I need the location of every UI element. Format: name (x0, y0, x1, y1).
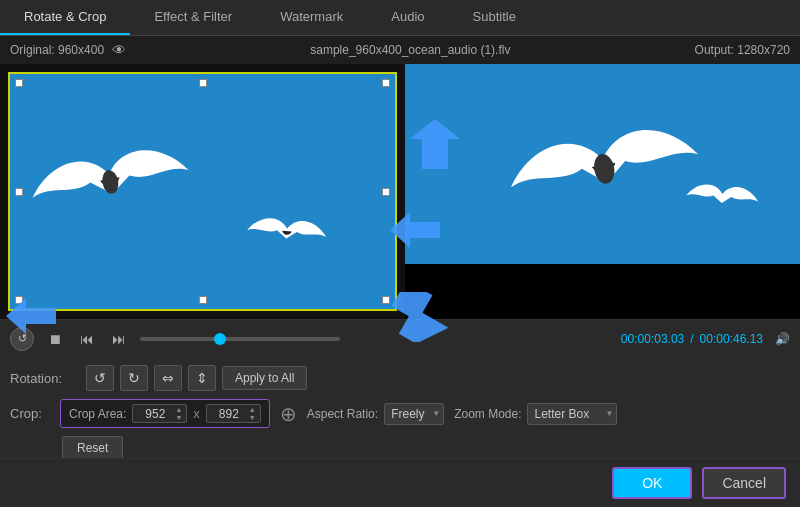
crop-height-input-wrap: ▲ ▼ (206, 404, 261, 423)
reset-btn[interactable]: Reset (62, 436, 123, 460)
rotate-left-btn[interactable]: ↺ (86, 365, 114, 391)
crop-width-up[interactable]: ▲ (175, 406, 182, 413)
filename-label: sample_960x400_ocean_audio (1).flv (310, 43, 510, 57)
progress-thumb[interactable] (214, 333, 226, 345)
tab-effect-filter[interactable]: Effect & Filter (130, 0, 256, 35)
zoom-mode-label: Zoom Mode: (454, 407, 521, 421)
handle-bm[interactable] (199, 296, 207, 304)
crop-area-box: Crop Area: ▲ ▼ x ▲ ▼ (60, 399, 270, 428)
handle-bl[interactable] (15, 296, 23, 304)
eye-icon[interactable]: 👁 (112, 42, 126, 58)
crop-height-input[interactable] (211, 407, 247, 421)
handle-tm[interactable] (199, 79, 207, 87)
crop-area-label: Crop Area: (69, 407, 126, 421)
crop-frame[interactable] (8, 72, 397, 311)
tab-watermark[interactable]: Watermark (256, 0, 367, 35)
crop-x-separator: x (193, 406, 200, 421)
ok-button[interactable]: OK (612, 467, 692, 499)
crop-row: Crop: Crop Area: ▲ ▼ x ▲ ▼ ⊕ Aspect Rati… (10, 399, 790, 428)
crop-height-spinners: ▲ ▼ (249, 406, 256, 421)
handle-ml[interactable] (15, 188, 23, 196)
tab-bar: Rotate & Crop Effect & Filter Watermark … (0, 0, 800, 36)
total-time: 00:00:46.13 (700, 332, 763, 346)
prev-btn[interactable]: ⏮ (76, 329, 98, 349)
black-bar (405, 264, 800, 319)
aspect-ratio-label: Aspect Ratio: (307, 407, 378, 421)
playback-controls: ↺ ⏹ ⏮ ⏭ 00:00:03.03 / 00:00:46.13 🔊 (0, 319, 800, 357)
tab-subtitle[interactable]: Subtitle (449, 0, 540, 35)
aspect-ratio-select[interactable]: Freely 16:9 4:3 1:1 (384, 403, 444, 425)
handle-mr[interactable] (382, 188, 390, 196)
apply-all-btn[interactable]: Apply to All (222, 366, 307, 390)
crop-height-down[interactable]: ▼ (249, 414, 256, 421)
rotate-right-btn[interactable]: ↻ (120, 365, 148, 391)
output-preview (405, 64, 800, 264)
settings-area: Rotation: ↺ ↻ ⇔ ⇕ Apply to All Crop: Cro… (0, 357, 800, 468)
handle-tl[interactable] (15, 79, 23, 87)
progress-track[interactable] (140, 337, 340, 341)
flip-horizontal-btn[interactable]: ⇔ (154, 365, 182, 391)
tab-audio[interactable]: Audio (367, 0, 448, 35)
flip-vertical-btn[interactable]: ⇕ (188, 365, 216, 391)
zoom-mode-wrap: Zoom Mode: Letter Box Pan & Scan Full (454, 403, 617, 425)
original-size-label: Original: 960x400 (10, 43, 104, 57)
crop-label: Crop: (10, 406, 50, 421)
right-preview (405, 64, 800, 319)
main-preview-area (0, 64, 800, 319)
crop-width-down[interactable]: ▼ (175, 414, 182, 421)
zoom-mode-select-wrap[interactable]: Letter Box Pan & Scan Full (527, 403, 617, 425)
crop-width-input[interactable] (137, 407, 173, 421)
crop-width-input-wrap: ▲ ▼ (132, 404, 187, 423)
bottom-bar: OK Cancel (0, 458, 800, 507)
volume-icon[interactable]: 🔊 (775, 332, 790, 346)
aspect-ratio-select-wrap[interactable]: Freely 16:9 4:3 1:1 (384, 403, 444, 425)
cancel-button[interactable]: Cancel (702, 467, 786, 499)
stop-btn[interactable]: ⏹ (44, 329, 66, 349)
rotation-row: Rotation: ↺ ↻ ⇔ ⇕ Apply to All (10, 365, 790, 391)
info-bar: Original: 960x400 👁 sample_960x400_ocean… (0, 36, 800, 64)
zoom-mode-select[interactable]: Letter Box Pan & Scan Full (527, 403, 617, 425)
aspect-ratio-wrap: Aspect Ratio: Freely 16:9 4:3 1:1 (307, 403, 444, 425)
next-btn[interactable]: ⏭ (108, 329, 130, 349)
left-preview (0, 64, 405, 319)
crop-width-spinners: ▲ ▼ (175, 406, 182, 421)
crop-height-up[interactable]: ▲ (249, 406, 256, 413)
svg-rect-0 (10, 75, 395, 308)
tab-rotate-crop[interactable]: Rotate & Crop (0, 0, 130, 35)
rotate-back-btn[interactable]: ↺ (10, 327, 34, 351)
current-time: 00:00:03.03 (621, 332, 684, 346)
reset-row: Reset (10, 436, 790, 460)
time-separator: / (690, 332, 693, 346)
output-size-label: Output: 1280x720 (695, 43, 790, 57)
rotation-label: Rotation: (10, 371, 80, 386)
move-icon[interactable]: ⊕ (280, 402, 297, 426)
time-display: 00:00:03.03 / 00:00:46.13 🔊 (621, 332, 790, 346)
handle-br[interactable] (382, 296, 390, 304)
handle-tr[interactable] (382, 79, 390, 87)
